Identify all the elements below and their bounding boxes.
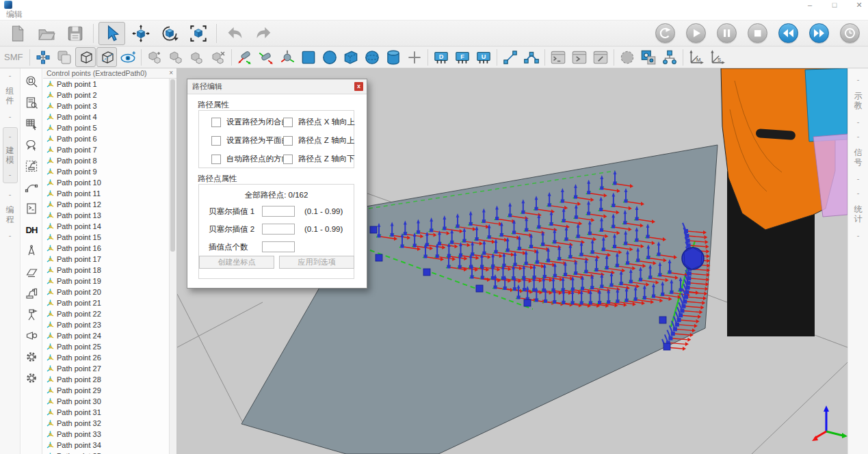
terminal-window-button[interactable]: [548, 47, 568, 67]
path-point-row[interactable]: Path point 13: [43, 210, 170, 221]
checkbox-planar-path[interactable]: 设置路径为平面的: [211, 135, 289, 146]
path-point-row[interactable]: Path point 20: [43, 286, 170, 297]
rotate-tool-button[interactable]: [156, 22, 183, 45]
camera-lamp-button[interactable]: [23, 328, 40, 343]
path-point-row[interactable]: Path point 25: [43, 341, 170, 352]
robot-select-button[interactable]: [23, 159, 40, 174]
path-point-row[interactable]: Path point 33: [43, 429, 170, 440]
axis-m-button[interactable]: M: [686, 47, 707, 67]
path-point-row[interactable]: Path point 9: [43, 166, 170, 177]
path-point-row[interactable]: Path point 6: [43, 133, 170, 144]
redo-button[interactable]: [250, 22, 277, 45]
add-shape-button[interactable]: [404, 47, 425, 67]
chip-d-button[interactable]: D: [431, 47, 451, 67]
open-file-button[interactable]: [33, 22, 60, 45]
path-point-row[interactable]: Path point 23: [43, 319, 170, 330]
checkbox-icon[interactable]: [211, 136, 221, 146]
pause-button[interactable]: [717, 23, 737, 43]
note-pick-button[interactable]: [23, 137, 40, 152]
tab-components[interactable]: 组件: [5, 86, 15, 105]
interp-count-input[interactable]: [262, 241, 295, 252]
doc-search-button[interactable]: [23, 95, 40, 110]
path-point-row[interactable]: Path point 35: [43, 451, 170, 454]
shape-square-button[interactable]: [298, 47, 319, 67]
checkbox-closed-path[interactable]: 设置路径为闭合的: [211, 117, 289, 127]
part-delete-button[interactable]: [208, 47, 228, 67]
tab-modeling[interactable]: 建模: [5, 146, 15, 165]
checkbox-icon[interactable]: [283, 155, 293, 164]
probe-tool-1-button[interactable]: [235, 47, 255, 67]
path-point-row[interactable]: Path point 24: [43, 330, 170, 341]
path-point-row[interactable]: Path point 17: [43, 254, 170, 265]
path-point-row[interactable]: Path point 8: [43, 155, 170, 166]
undo-button[interactable]: [222, 22, 248, 45]
path-point-row[interactable]: Path point 11: [43, 188, 170, 199]
hidden-line-cube-button[interactable]: [96, 47, 117, 67]
bezier-1-input[interactable]: [262, 206, 295, 217]
path-point-row[interactable]: Path point 34: [43, 440, 170, 451]
select-tool-button[interactable]: [98, 22, 125, 45]
fast-forward-button[interactable]: [809, 23, 829, 43]
path-point-row[interactable]: Path point 2: [43, 90, 170, 101]
gear-2-button[interactable]: [23, 371, 40, 386]
probe-tool-3-button[interactable]: [277, 47, 298, 67]
checkbox-z-axis-up[interactable]: 路径点 Z 轴向上: [283, 135, 354, 146]
path-point-row[interactable]: Path point 12: [43, 199, 170, 210]
tab-signal[interactable]: 信号: [854, 148, 863, 167]
calibration-button[interactable]: [23, 243, 40, 258]
part-copy-button[interactable]: [144, 47, 165, 67]
script-button[interactable]: [23, 201, 40, 216]
dialog-title-bar[interactable]: 路径编辑 x: [187, 79, 367, 94]
visibility-eye-button[interactable]: [118, 47, 138, 67]
tree-close-button[interactable]: ×: [169, 70, 173, 77]
line-segment-button[interactable]: [500, 47, 521, 67]
bezier-2-input[interactable]: [262, 224, 295, 235]
layered-parts-button[interactable]: [638, 47, 659, 67]
path-point-row[interactable]: Path point 15: [43, 232, 170, 243]
path-point-row[interactable]: Path point 10: [43, 177, 170, 188]
path-point-row[interactable]: Path point 27: [43, 363, 170, 374]
probe-tool-2-button[interactable]: [256, 47, 276, 67]
measure-button[interactable]: [23, 307, 40, 322]
minimize-button[interactable]: –: [805, 0, 815, 10]
dialog-close-button[interactable]: x: [354, 82, 363, 91]
path-point-row[interactable]: Path point 4: [43, 111, 170, 122]
path-point-row[interactable]: Path point 1: [43, 79, 170, 90]
find-view-button[interactable]: [23, 74, 40, 89]
part-group-button[interactable]: [187, 47, 207, 67]
robot-config-button[interactable]: [33, 47, 53, 67]
new-file-button[interactable]: [4, 22, 31, 45]
checkbox-icon[interactable]: [283, 136, 293, 146]
shape-cylinder-button[interactable]: [383, 47, 404, 67]
path-point-row[interactable]: Path point 14: [43, 221, 170, 232]
grid-pick-button[interactable]: [23, 116, 40, 131]
shape-sphere-button[interactable]: [362, 47, 382, 67]
shape-cube-button[interactable]: [341, 47, 361, 67]
create-frame-point-button[interactable]: 创建坐标点: [199, 256, 274, 269]
wireframe-cube-button[interactable]: [75, 47, 96, 67]
save-button[interactable]: [62, 22, 88, 45]
reset-button[interactable]: [655, 23, 675, 43]
surface-button[interactable]: [23, 265, 40, 280]
tab-teach[interactable]: 示教: [854, 91, 863, 110]
path-point-row[interactable]: Path point 31: [43, 407, 170, 418]
path-point-row[interactable]: Path point 30: [43, 396, 170, 407]
axis-s-button[interactable]: S: [707, 47, 728, 67]
path-point-row[interactable]: Path point 22: [43, 308, 170, 319]
script-window-button[interactable]: [590, 47, 611, 67]
tree-scrollbar-thumb[interactable]: [170, 79, 175, 252]
chip-u-button[interactable]: U: [473, 47, 494, 67]
tab-programming[interactable]: 编程: [5, 205, 15, 224]
checkbox-icon[interactable]: [283, 118, 293, 127]
checkbox-z-axis-down[interactable]: 路径点 Z 轴向下: [283, 154, 354, 164]
path-point-row[interactable]: Path point 21: [43, 297, 170, 308]
arc-segment-button[interactable]: [521, 47, 542, 67]
gear-1-button[interactable]: [23, 349, 40, 364]
checkbox-auto-orientation[interactable]: 自动路径点的方向: [211, 154, 289, 164]
path-point-row[interactable]: Path point 32: [43, 418, 170, 429]
play-button[interactable]: [686, 23, 706, 43]
frame-select-tool-button[interactable]: [185, 22, 211, 45]
checkbox-x-axis-up[interactable]: 路径点 X 轴向上: [283, 117, 355, 127]
hierarchy-button[interactable]: [659, 47, 680, 67]
stop-button[interactable]: [748, 23, 767, 43]
